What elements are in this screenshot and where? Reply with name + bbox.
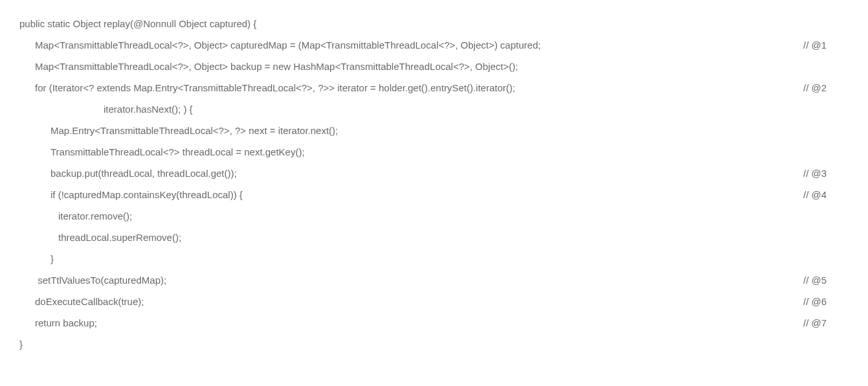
code-line: for (Iterator<? extends Map.Entry<Transm…: [19, 77, 849, 98]
code-text: Map<TransmittableThreadLocal<?>, Object>…: [19, 56, 777, 77]
code-line: threadLocal.superRemove();: [19, 227, 849, 248]
code-comment: [777, 98, 849, 120]
code-line: iterator.hasNext(); ) {: [19, 98, 849, 120]
code-comment: // @2: [777, 77, 849, 98]
code-line: setTtlValuesTo(capturedMap);// @5: [19, 269, 849, 291]
code-text: if (!capturedMap.containsKey(threadLocal…: [19, 184, 777, 205]
code-comment: // @7: [777, 312, 849, 334]
code-text: iterator.hasNext(); ) {: [19, 98, 777, 120]
code-comment: // @3: [777, 163, 849, 184]
code-comment: // @4: [777, 184, 849, 205]
code-comment: // @6: [777, 291, 849, 312]
code-comment: [777, 227, 849, 248]
code-line: Map<TransmittableThreadLocal<?>, Object>…: [19, 34, 849, 56]
code-text: for (Iterator<? extends Map.Entry<Transm…: [19, 77, 777, 98]
code-text: doExecuteCallback(true);: [19, 291, 777, 312]
code-block: public static Object replay(@Nonnull Obj…: [19, 13, 849, 355]
code-comment: // @1: [777, 34, 849, 56]
code-text: Map<TransmittableThreadLocal<?>, Object>…: [19, 34, 777, 56]
code-text: }: [19, 334, 777, 355]
code-text: public static Object replay(@Nonnull Obj…: [19, 13, 777, 34]
code-comment: [777, 120, 849, 141]
code-line: return backup;// @7: [19, 312, 849, 334]
code-text: backup.put(threadLocal, threadLocal.get(…: [19, 163, 777, 184]
code-line: backup.put(threadLocal, threadLocal.get(…: [19, 163, 849, 184]
code-comment: [777, 56, 849, 77]
code-text: Map.Entry<TransmittableThreadLocal<?>, ?…: [19, 120, 777, 141]
code-line: TransmittableThreadLocal<?> threadLocal …: [19, 141, 849, 163]
code-text: }: [19, 248, 777, 269]
code-line: iterator.remove();: [19, 205, 849, 227]
code-text: iterator.remove();: [19, 205, 777, 227]
code-line: Map.Entry<TransmittableThreadLocal<?>, ?…: [19, 120, 849, 141]
code-line: }: [19, 334, 849, 355]
code-text: TransmittableThreadLocal<?> threadLocal …: [19, 141, 777, 163]
code-line: }: [19, 248, 849, 269]
code-line: doExecuteCallback(true);// @6: [19, 291, 849, 312]
code-text: setTtlValuesTo(capturedMap);: [19, 269, 777, 291]
code-line: Map<TransmittableThreadLocal<?>, Object>…: [19, 56, 849, 77]
code-line: if (!capturedMap.containsKey(threadLocal…: [19, 184, 849, 205]
code-comment: [777, 334, 849, 355]
code-text: threadLocal.superRemove();: [19, 227, 777, 248]
code-comment: [777, 141, 849, 163]
code-comment: [777, 205, 849, 227]
code-comment: // @5: [777, 269, 849, 291]
code-comment: [777, 248, 849, 269]
code-comment: [777, 13, 849, 34]
code-text: return backup;: [19, 312, 777, 334]
code-line: public static Object replay(@Nonnull Obj…: [19, 13, 849, 34]
